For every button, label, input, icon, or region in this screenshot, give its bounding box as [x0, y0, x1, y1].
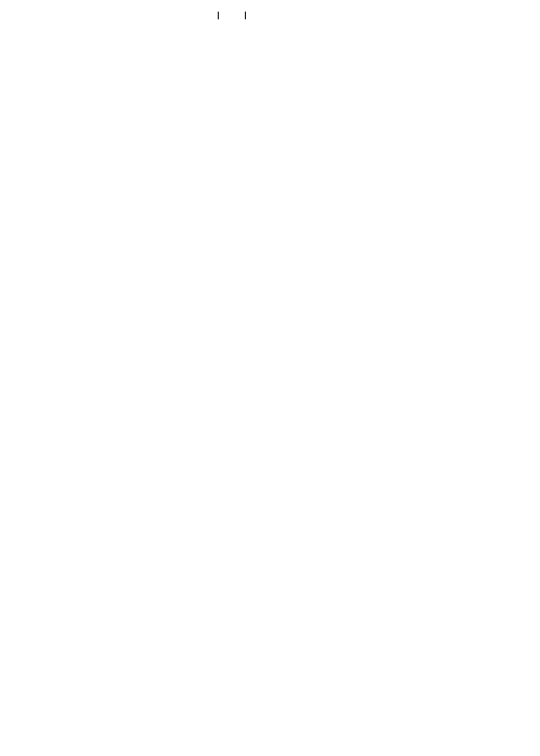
- board-root: ×○ × ○○×: [192, 12, 273, 19]
